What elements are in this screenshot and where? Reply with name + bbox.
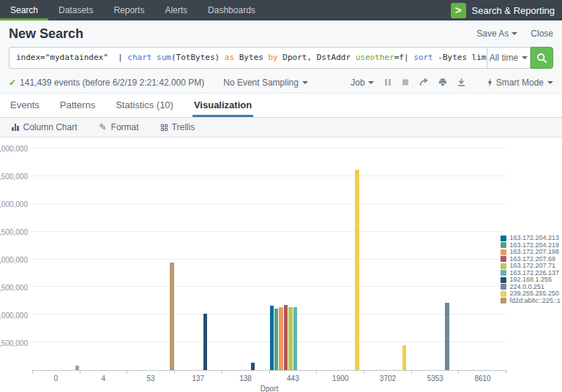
trellis-button[interactable]: Trellis: [161, 122, 195, 132]
search-mode-selector[interactable]: Smart Mode: [487, 78, 553, 88]
x-axis-labels: 04531371384431900370253538610: [32, 374, 506, 382]
bar-1900-239.255.255.250[interactable]: [355, 170, 359, 370]
category-group: [269, 148, 317, 370]
job-menu-button[interactable]: Job: [351, 78, 373, 88]
category-group: [411, 148, 459, 370]
y-tick-label: 15,000,000: [0, 200, 28, 208]
bar-443-163.172.207.71[interactable]: [288, 307, 292, 370]
bar-443-163.172.207.69[interactable]: [284, 305, 288, 370]
legend-swatch: [501, 235, 506, 241]
time-range-label: All time: [490, 53, 518, 63]
page-title: New Search: [9, 26, 83, 42]
stop-icon[interactable]: [402, 78, 409, 86]
query-segment: by: [268, 53, 282, 62]
y-axis-labels: 2,500,0005,000,0007,500,00010,000,00012,…: [0, 148, 28, 371]
x-tick: [127, 371, 174, 374]
close-button[interactable]: Close: [531, 29, 553, 39]
category-group: [364, 148, 412, 370]
x-tick-label: 3702: [364, 374, 412, 382]
event-sampling-dropdown[interactable]: No Event Sampling: [223, 78, 308, 88]
nav-item-reports[interactable]: Reports: [103, 0, 154, 20]
results-tabs: Events Patterns Statistics (10) Visualiz…: [0, 94, 562, 118]
query-segment: Bytes: [239, 53, 269, 62]
chart-legend: 163.172.204.213163.172.204.219163.172.20…: [501, 235, 561, 304]
tab-statistics[interactable]: Statistics (10): [114, 94, 175, 117]
tab-events[interactable]: Events: [9, 94, 41, 117]
x-tick-label: 53: [127, 374, 175, 382]
category-group: [174, 148, 222, 370]
export-icon[interactable]: [457, 78, 465, 86]
bar-137-192.168.1.255[interactable]: [203, 314, 207, 370]
category-group: [32, 148, 80, 370]
category-group: [459, 148, 506, 370]
query-segment: useother: [356, 53, 394, 62]
legend-swatch: [501, 291, 506, 297]
query-segment: as: [225, 53, 239, 62]
legend-label: 192.168.1.255: [509, 276, 552, 283]
save-as-label: Save As: [476, 29, 509, 39]
category-group: [317, 148, 364, 370]
bar-138-192.168.1.255[interactable]: [251, 363, 255, 370]
legend-swatch: [501, 277, 506, 283]
legend-label: 163.172.207.71: [509, 263, 555, 269]
column-chart-icon: [12, 124, 19, 131]
tab-visualization[interactable]: Visualization: [192, 94, 253, 117]
x-axis-ticks: [32, 371, 506, 374]
print-icon[interactable]: [438, 78, 447, 86]
category-group: [222, 148, 269, 370]
search-query-input[interactable]: index="mydataindex" | chart sum(TotBytes…: [9, 47, 487, 69]
nav-item-search[interactable]: Search: [0, 0, 48, 20]
x-tick-label: 8610: [459, 374, 506, 382]
format-label: Format: [111, 122, 139, 132]
x-tick-label: 1900: [317, 374, 364, 382]
bar-443-163.172.207.198[interactable]: [279, 307, 282, 370]
y-tick-label: 2,500,000: [0, 339, 28, 347]
bar-0-fd2d:ab8c::225::1[interactable]: [75, 366, 79, 370]
top-nav: Search Datasets Reports Alerts Dashboard…: [0, 0, 562, 20]
y-tick-label: 10,000,000: [0, 256, 28, 264]
splunk-logo-icon[interactable]: >: [451, 3, 466, 18]
y-tick-label: 12,500,000: [0, 228, 28, 236]
query-segment: (TotBytes): [171, 53, 225, 62]
y-tick-label: 7,500,000: [0, 284, 28, 292]
bar-5353-224.0.0.251[interactable]: [445, 303, 449, 370]
chevron-down-icon: [547, 81, 553, 84]
y-tick-label: 20,000,000: [0, 145, 28, 153]
save-as-button[interactable]: Save As: [476, 29, 517, 39]
y-tick-label: 17,500,000: [0, 173, 28, 181]
query-segment: chart: [127, 53, 157, 62]
format-button[interactable]: ✎ Format: [100, 122, 139, 132]
x-tick: [269, 371, 317, 374]
bar-443-163.172.204.219[interactable]: [274, 309, 278, 370]
search-submit-button[interactable]: [531, 47, 553, 69]
nav-item-alerts[interactable]: Alerts: [154, 0, 198, 20]
share-icon[interactable]: [419, 78, 428, 86]
events-summary: 141,439 events (before 6/2/19 2:21:42.00…: [20, 78, 204, 88]
legend-swatch: [501, 298, 506, 304]
tab-patterns[interactable]: Patterns: [59, 94, 97, 117]
nav-item-dashboards[interactable]: Dashboards: [198, 0, 266, 20]
legend-swatch: [501, 284, 506, 290]
x-tick-label: 5353: [411, 374, 459, 382]
chart-type-label: Column Chart: [23, 122, 78, 132]
bar-443-163.172.226.137[interactable]: [293, 307, 297, 370]
search-icon: [536, 53, 547, 64]
legend-swatch: [501, 242, 506, 248]
pause-icon[interactable]: [384, 78, 391, 86]
legend-label: 163.172.207.198: [509, 249, 559, 255]
x-tick: [80, 371, 127, 374]
legend-item[interactable]: fd2d:ab8c::225::1: [501, 298, 561, 305]
trellis-icon: [161, 124, 168, 131]
chevron-down-icon: [302, 81, 308, 84]
legend-swatch: [501, 249, 506, 255]
chart-type-button[interactable]: Column Chart: [12, 122, 78, 132]
bar-3702-239.255.255.250[interactable]: [402, 345, 406, 370]
x-tick: [32, 371, 80, 374]
bar-443-163.172.204.213[interactable]: [270, 306, 274, 370]
column-chart: 2,500,0005,000,0007,500,00010,000,00012,…: [0, 137, 562, 392]
time-range-picker[interactable]: All time: [487, 47, 531, 69]
chevron-down-icon: [522, 56, 528, 59]
legend-swatch: [501, 270, 506, 276]
bar-53-fd2d:ab8c::225::1[interactable]: [170, 263, 173, 370]
nav-item-datasets[interactable]: Datasets: [48, 0, 103, 20]
